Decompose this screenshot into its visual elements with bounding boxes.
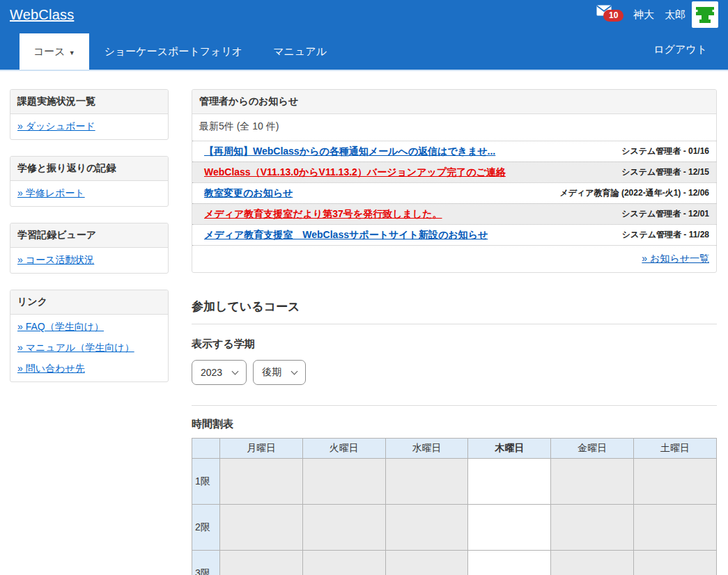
avatar-icon bbox=[692, 2, 718, 27]
sidebar-link-dashboard[interactable]: » ダッシュボード bbox=[10, 116, 168, 137]
tab-manual[interactable]: マニュアル bbox=[258, 33, 342, 70]
notifications-button[interactable]: 10 bbox=[596, 3, 627, 26]
timetable-cell bbox=[220, 505, 303, 551]
timetable-cell bbox=[302, 459, 385, 505]
header-user-area: 10 神大 太郎 bbox=[596, 1, 718, 28]
announcement-row: メディア教育支援室 WebClassサポートサイト新設のお知らせ システム管理者… bbox=[192, 224, 716, 245]
year-select[interactable]: 2023 bbox=[192, 360, 247, 385]
timetable-cell bbox=[220, 459, 303, 505]
avatar[interactable] bbox=[692, 1, 718, 28]
announcements-footer: » お知らせ一覧 bbox=[192, 245, 716, 272]
announcements-summary: 最新5件 (全 10 件) bbox=[192, 114, 716, 141]
announcement-meta: システム管理者11/28 bbox=[614, 229, 709, 241]
timetable-cell bbox=[385, 459, 468, 505]
announcement-link[interactable]: WebClass（V11.13.0からV11.13.2）バージョンアップ完了のご… bbox=[199, 166, 506, 179]
period-label: 3限 bbox=[192, 551, 220, 575]
timetable-cell bbox=[302, 505, 385, 551]
timetable-cell bbox=[551, 505, 634, 551]
timetable-header-row: 月曜日 火曜日 水曜日 木曜日 金曜日 土曜日 bbox=[192, 439, 717, 459]
tab-course-label: コース bbox=[33, 45, 65, 58]
timetable-cell-today bbox=[468, 551, 551, 575]
logout-link[interactable]: ログアウト bbox=[653, 43, 707, 56]
sidebar-link-study-report[interactable]: » 学修レポート bbox=[10, 183, 168, 204]
timetable-row-period2: 2限 bbox=[192, 505, 717, 551]
announcement-link[interactable]: 【再周知】WebClassからの各種通知メールへの返信はできませ... bbox=[199, 145, 495, 158]
timetable-cell bbox=[385, 551, 468, 575]
sidebar-section-title: リンク bbox=[10, 290, 168, 315]
announcement-meta: メディア教育論 (2022-通年-火1)12/06 bbox=[551, 187, 709, 199]
announcement-row: 【再周知】WebClassからの各種通知メールへの返信はできませ... システム… bbox=[192, 141, 716, 162]
sidebar-section-title: 学修と振り返りの記録 bbox=[10, 157, 168, 181]
timetable-row-period3: 3限 bbox=[192, 551, 717, 575]
main-column: 管理者からのお知らせ 最新5件 (全 10 件) 【再周知】WebClassから… bbox=[192, 89, 717, 575]
sidebar-section-assignments: 課題実施状況一覧 » ダッシュボード bbox=[10, 89, 169, 140]
timetable-cell bbox=[634, 505, 717, 551]
timetable-day-wednesday: 水曜日 bbox=[385, 439, 468, 459]
main-nav: コース ▼ ショーケースポートフォリオ マニュアル ログアウト bbox=[0, 29, 728, 71]
timetable-day-friday: 金曜日 bbox=[551, 439, 634, 459]
announcement-meta: システム管理者12/01 bbox=[613, 208, 709, 220]
sidebar-link-manual[interactable]: » マニュアル（学生向け） bbox=[10, 338, 168, 359]
timetable-day-saturday: 土曜日 bbox=[634, 439, 717, 459]
semester-selects: 2023 後期 bbox=[192, 360, 717, 385]
top-header: WebClass 10 神大 太郎 bbox=[0, 0, 728, 29]
period-label: 1限 bbox=[192, 459, 220, 505]
chevron-down-icon: ▼ bbox=[69, 49, 75, 56]
sidebar-link-faq[interactable]: » FAQ（学生向け） bbox=[10, 317, 168, 338]
announcement-row: 教室変更のお知らせ メディア教育論 (2022-通年-火1)12/06 bbox=[192, 182, 716, 203]
tab-showcase-portfolio[interactable]: ショーケースポートフォリオ bbox=[89, 33, 258, 70]
announcement-row: WebClass（V11.13.0からV11.13.2）バージョンアップ完了のご… bbox=[192, 162, 716, 182]
timetable-row-period1: 1限 bbox=[192, 459, 717, 505]
chevron-down-icon bbox=[291, 368, 298, 375]
divider bbox=[192, 324, 717, 324]
timetable-title: 時間割表 bbox=[192, 418, 717, 431]
sidebar-section-study-record: 学修と振り返りの記録 » 学修レポート bbox=[10, 156, 169, 207]
announcement-meta: システム管理者12/15 bbox=[613, 166, 709, 178]
announcement-link[interactable]: 教室変更のお知らせ bbox=[199, 187, 293, 200]
announcement-meta: システム管理者01/16 bbox=[613, 145, 709, 157]
timetable-corner-cell bbox=[192, 439, 220, 459]
participating-courses-title: 参加しているコース bbox=[192, 299, 717, 315]
announcement-link[interactable]: メディア教育支援室 WebClassサポートサイト新設のお知らせ bbox=[199, 228, 488, 242]
timetable-day-monday: 月曜日 bbox=[220, 439, 303, 459]
tab-course[interactable]: コース ▼ bbox=[20, 33, 89, 70]
user-name[interactable]: 神大 太郎 bbox=[633, 8, 686, 22]
timetable-cell bbox=[220, 551, 303, 575]
sidebar-link-contact[interactable]: » 問い合わせ先 bbox=[10, 359, 168, 379]
page-content: 課題実施状況一覧 » ダッシュボード 学修と振り返りの記録 » 学修レポート 学… bbox=[0, 71, 728, 575]
notification-badge: 10 bbox=[603, 10, 624, 22]
timetable-day-thursday-today: 木曜日 bbox=[468, 439, 551, 459]
timetable-cell bbox=[302, 551, 385, 575]
sidebar: 課題実施状況一覧 » ダッシュボード 学修と振り返りの記録 » 学修レポート 学… bbox=[10, 89, 169, 398]
timetable-cell-today bbox=[468, 459, 551, 505]
sidebar-section-log-viewer: 学習記録ビューア » コース活動状況 bbox=[10, 223, 169, 274]
chevron-down-icon bbox=[232, 368, 239, 375]
timetable-cell bbox=[634, 459, 717, 505]
term-select[interactable]: 後期 bbox=[253, 360, 306, 385]
timetable-cell bbox=[385, 505, 468, 551]
announcements-panel: 管理者からのお知らせ 最新5件 (全 10 件) 【再周知】WebClassから… bbox=[192, 89, 717, 273]
period-label: 2限 bbox=[192, 505, 220, 551]
sidebar-section-title: 課題実施状況一覧 bbox=[10, 90, 168, 114]
announcements-title: 管理者からのお知らせ bbox=[192, 90, 716, 114]
sidebar-section-title: 学習記録ビューア bbox=[10, 223, 168, 248]
announcement-link[interactable]: メディア教育支援室だより第37号を発行致しました。 bbox=[199, 207, 442, 221]
sidebar-link-course-activity[interactable]: » コース活動状況 bbox=[10, 250, 168, 271]
timetable-cell bbox=[551, 551, 634, 575]
announcements-list-link[interactable]: » お知らせ一覧 bbox=[642, 253, 709, 264]
timetable: 月曜日 火曜日 水曜日 木曜日 金曜日 土曜日 1限 bbox=[192, 438, 717, 575]
semester-label: 表示する学期 bbox=[192, 338, 717, 351]
timetable-day-tuesday: 火曜日 bbox=[302, 439, 385, 459]
sidebar-section-links: リンク » FAQ（学生向け） » マニュアル（学生向け） » 問い合わせ先 bbox=[10, 290, 169, 382]
webclass-logo[interactable]: WebClass bbox=[10, 7, 74, 23]
term-select-value: 後期 bbox=[262, 366, 281, 379]
announcement-row: メディア教育支援室だより第37号を発行致しました。 システム管理者12/01 bbox=[192, 203, 716, 224]
timetable-cell bbox=[551, 459, 634, 505]
timetable-cell bbox=[634, 551, 717, 575]
timetable-cell-today bbox=[468, 505, 551, 551]
year-select-value: 2023 bbox=[201, 367, 222, 378]
divider bbox=[192, 405, 717, 406]
